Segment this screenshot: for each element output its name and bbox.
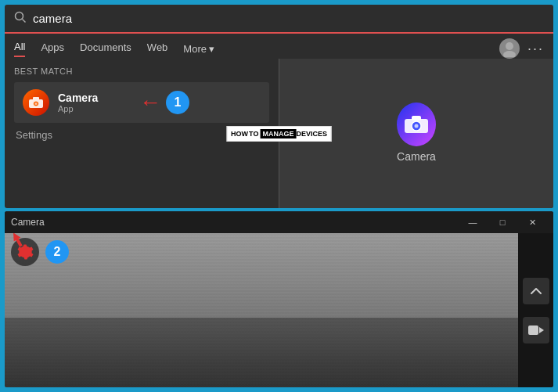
best-match-label: Best match — [14, 67, 269, 76]
result-text: Camera App — [58, 92, 98, 113]
user-avatar[interactable] — [499, 38, 520, 59]
svg-point-7 — [35, 102, 38, 105]
tab-all[interactable]: All — [14, 41, 25, 57]
svg-rect-13 — [528, 325, 538, 335]
camera-title: Camera — [11, 217, 458, 228]
outer-frame: All Apps Documents Web More ▾ ··· — [0, 0, 558, 392]
surface-line — [5, 283, 518, 355]
right-app-name: Camera — [397, 150, 436, 163]
search-panel: All Apps Documents Web More ▾ ··· — [5, 5, 553, 208]
svg-point-0 — [16, 13, 23, 20]
tab-documents[interactable]: Documents — [80, 41, 131, 56]
badge-1: 1 — [166, 91, 189, 114]
window-controls: — □ ✕ — [458, 211, 547, 233]
svg-point-10 — [415, 124, 419, 128]
upper-bg — [5, 233, 518, 318]
svg-point-3 — [503, 51, 516, 57]
settings-item: Settings — [14, 126, 269, 144]
camera-viewport: 2 — [5, 233, 518, 387]
lower-bg — [5, 318, 518, 387]
scroll-up-button[interactable] — [523, 278, 549, 304]
maximize-button[interactable]: □ — [488, 211, 517, 233]
svg-rect-6 — [33, 97, 39, 100]
red-arrow-icon: ← — [139, 90, 161, 115]
results-area: Best match — [5, 59, 553, 208]
video-button[interactable] — [523, 317, 549, 343]
tab-more[interactable]: More ▾ — [183, 43, 214, 55]
svg-line-1 — [23, 20, 26, 23]
tabs-row: All Apps Documents Web More ▾ ··· — [5, 34, 553, 59]
svg-marker-14 — [539, 327, 544, 333]
tab-web[interactable]: Web — [147, 41, 168, 56]
camera-titlebar: Camera — □ ✕ — [5, 211, 553, 233]
tab-apps[interactable]: Apps — [41, 41, 64, 56]
minimize-button[interactable]: — — [458, 211, 488, 233]
result-name: Camera — [58, 92, 98, 104]
camera-right-controls — [518, 233, 553, 387]
camera-panel: Camera — □ ✕ — [5, 211, 553, 387]
camera-result-item[interactable]: Camera App ← 1 — [14, 82, 269, 123]
close-button[interactable]: ✕ — [517, 211, 547, 233]
search-icon — [14, 11, 27, 26]
svg-point-2 — [506, 42, 513, 50]
more-options-button[interactable]: ··· — [527, 41, 544, 57]
result-type: App — [58, 104, 98, 113]
results-left: Best match — [5, 59, 279, 208]
camera-top-controls: 2 — [11, 238, 69, 266]
search-input[interactable] — [33, 12, 544, 25]
right-panel-app-icon — [397, 105, 436, 144]
badge-2: 2 — [45, 240, 69, 264]
svg-rect-11 — [412, 116, 421, 120]
svg-marker-12 — [10, 233, 25, 248]
annotation-1: ← 1 — [139, 90, 189, 115]
camera-settings-button[interactable] — [11, 238, 39, 266]
camera-app-icon — [22, 88, 50, 117]
camera-content: 2 — [5, 233, 553, 387]
search-bar — [5, 5, 553, 34]
chevron-down-icon: ▾ — [209, 43, 214, 55]
tabs-right: ··· — [499, 38, 544, 59]
results-right-panel: Camera — [279, 59, 553, 208]
gear-arrow-annotation — [8, 233, 27, 252]
